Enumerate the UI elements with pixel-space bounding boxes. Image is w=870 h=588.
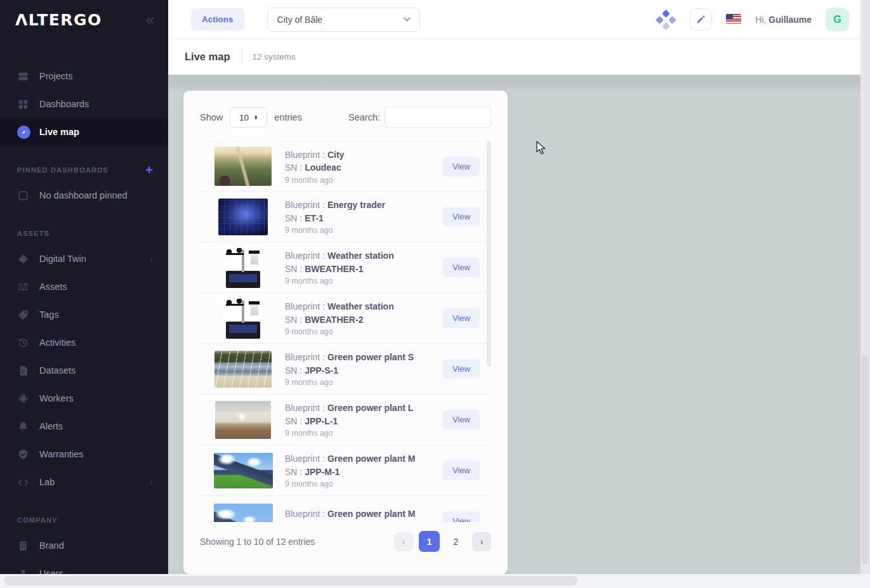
actions-button[interactable]: Actions <box>191 8 244 30</box>
vertical-scrollbar-thumb[interactable] <box>862 355 869 565</box>
view-button[interactable]: View <box>443 157 480 176</box>
barcode-icon <box>17 281 29 293</box>
system-info: Blueprint : Weather station SN : BWEATHE… <box>285 249 394 285</box>
username: Guillaume <box>768 15 812 25</box>
vertical-scrollbar[interactable] <box>860 0 870 574</box>
view-button[interactable]: View <box>443 258 480 277</box>
topbar: Actions City of Bâle Hi, Guillaume G <box>168 0 860 39</box>
entries-label: entries <box>274 112 302 122</box>
assets-section: ASSETS <box>0 227 168 240</box>
document-icon <box>17 365 29 377</box>
system-thumbnail-image <box>214 504 273 523</box>
add-pinned-dashboard-icon[interactable]: + <box>145 164 153 176</box>
sidebar-item-label: Digital Twin <box>39 254 86 264</box>
search-label: Search: <box>348 112 380 122</box>
us-flag-icon[interactable] <box>726 14 741 25</box>
sidebar-item-alerts[interactable]: Alerts <box>0 412 168 440</box>
blueprint-name: City <box>327 150 344 160</box>
system-thumbnail-image <box>223 245 263 290</box>
horizontal-scrollbar[interactable] <box>0 574 870 588</box>
system-info: Blueprint : Green power plant M SN : JPP… <box>285 452 415 488</box>
sidebar-item-no-dashboard-pinned[interactable]: No dashboard pinned <box>0 181 168 209</box>
sidebar-item-dashboards[interactable]: Dashboards <box>0 90 168 118</box>
next-page-button[interactable]: › <box>472 532 491 551</box>
sidebar-item-label: Projects <box>39 71 72 81</box>
system-thumbnail-image <box>223 296 263 341</box>
pagination: ‹ 1 2 › <box>394 531 491 552</box>
sidebar-item-warranties[interactable]: Warranties <box>0 440 168 468</box>
list-item[interactable]: Blueprint : City SN : Loudeac 9 months a… <box>200 141 491 192</box>
sidebar-item-datasets[interactable]: Datasets <box>0 356 168 384</box>
page-size-select[interactable]: 10 ▲▼ <box>230 107 267 127</box>
systems-panel: Show 10 ▲▼ entries Search: <box>183 91 508 574</box>
list-item[interactable]: Blueprint : Green power plant M SN : JPP… <box>200 445 491 496</box>
sidebar-item-live-map[interactable]: Live map <box>0 118 168 146</box>
list-item[interactable]: Blueprint : Green power plant L SN : JPP… <box>200 395 491 445</box>
system-thumbnail-image <box>218 199 268 235</box>
table-controls: Show 10 ▲▼ entries Search: <box>200 106 491 129</box>
stepper-arrows-icon: ▲▼ <box>254 115 258 121</box>
chevron-down-icon <box>404 17 411 22</box>
sidebar-collapse-icon[interactable]: « <box>146 12 154 27</box>
search-input[interactable] <box>385 107 491 128</box>
view-button[interactable]: View <box>443 308 480 328</box>
serial-number: JPP-S-1 <box>305 365 338 376</box>
thumbnail <box>210 504 276 523</box>
sidebar-item-label: Datasets <box>39 365 76 376</box>
edit-button[interactable] <box>690 8 712 30</box>
sidebar-header: ΛLTERGO « <box>0 0 168 39</box>
view-button[interactable]: View <box>443 461 480 480</box>
sidebar-item-activities[interactable]: Activities <box>0 329 168 356</box>
sidebar-item-assets[interactable]: Assets <box>0 273 168 301</box>
sidebar-item-digital-twin[interactable]: Digital Twin › <box>0 245 168 273</box>
live-map-canvas[interactable]: Show 10 ▲▼ entries Search: <box>168 75 860 588</box>
system-select[interactable]: City of Bâle <box>267 8 420 32</box>
sidebar-item-lab[interactable]: Lab › <box>0 468 168 496</box>
list-item[interactable]: Blueprint : Green power plant S SN : JPP… <box>200 344 491 395</box>
list-scrollbar-thumb[interactable] <box>487 141 491 367</box>
divider <box>242 49 242 65</box>
page-2-button[interactable]: 2 <box>445 531 466 552</box>
page-1-button[interactable]: 1 <box>419 531 440 552</box>
tag-icon <box>17 309 29 321</box>
section-title: ASSETS <box>17 230 49 237</box>
bell-icon <box>17 421 29 433</box>
timestamp: 9 months ago <box>285 176 344 185</box>
sidebar-item-workers[interactable]: Workers <box>0 384 168 412</box>
compass-icon <box>17 126 30 139</box>
thumbnail <box>210 199 276 235</box>
system-info: Blueprint : Green power plant L SN : JPP… <box>285 402 413 438</box>
view-button[interactable]: View <box>443 359 480 379</box>
view-button[interactable]: View <box>443 410 480 429</box>
chevron-right-icon: › <box>150 254 153 264</box>
section-title: COMPANY <box>17 516 58 524</box>
list-item[interactable]: Blueprint : Energy trader SN : ET-1 9 mo… <box>200 192 491 242</box>
view-button[interactable]: View <box>443 511 480 522</box>
sidebar-item-projects[interactable]: Projects <box>0 62 168 90</box>
serial-number: BWEATHER-1 <box>305 264 363 274</box>
sidebar-item-tags[interactable]: Tags <box>0 301 168 329</box>
sidebar-item-brand[interactable]: Brand <box>0 532 168 559</box>
apps-diamonds-icon[interactable] <box>657 10 676 29</box>
grid-icon <box>17 98 29 110</box>
prev-page-button[interactable]: ‹ <box>394 532 413 551</box>
system-info: Blueprint : Weather station SN : BWEATHE… <box>285 300 394 336</box>
timestamp: 9 months ago <box>285 226 385 235</box>
system-thumbnail-image <box>214 453 273 488</box>
blueprint-name: Weather station <box>327 251 394 261</box>
horizontal-scrollbar-thumb[interactable] <box>4 576 577 585</box>
code-icon <box>17 476 29 488</box>
page-size-value: 10 <box>239 113 249 122</box>
topbar-right: Hi, Guillaume G <box>657 8 849 31</box>
list-item[interactable]: Blueprint : Weather station SN : BWEATHE… <box>200 242 491 293</box>
list-item[interactable]: Blueprint : Weather station SN : BWEATHE… <box>200 293 491 344</box>
sidebar-item-label: Workers <box>39 393 74 403</box>
thumbnail <box>210 351 276 388</box>
list-item[interactable]: Blueprint : Green power plant M SN : Vie… <box>200 496 491 522</box>
building-icon <box>17 540 29 552</box>
avatar[interactable]: G <box>826 8 849 31</box>
view-button[interactable]: View <box>443 207 480 226</box>
serial-number: Loudeac <box>305 162 341 173</box>
system-info: Blueprint : Green power plant S SN : JPP… <box>285 351 414 387</box>
sidebar-item-label: Alerts <box>39 421 63 431</box>
